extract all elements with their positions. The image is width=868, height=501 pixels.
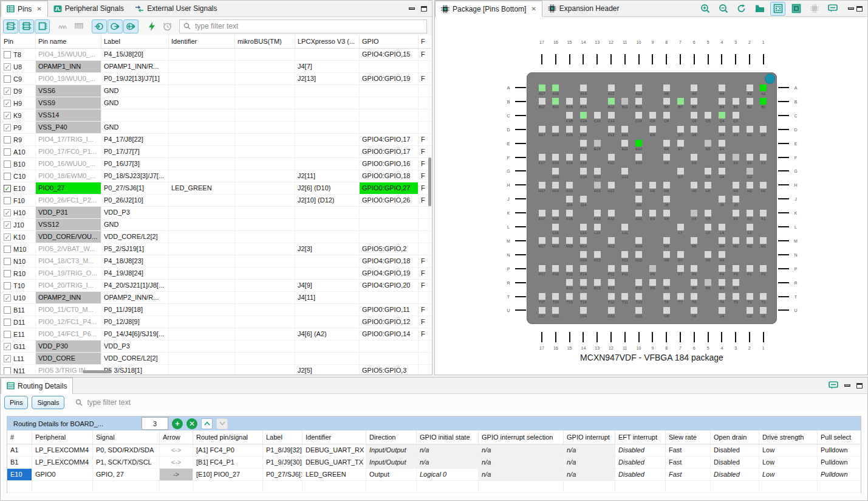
package-pin[interactable] (719, 251, 725, 258)
pin-checkbox[interactable] (4, 319, 11, 326)
package-pin[interactable] (608, 126, 615, 133)
package-pin[interactable] (552, 126, 559, 133)
package-pin[interactable] (566, 210, 573, 216)
filter-signals-button[interactable]: Signals (32, 396, 64, 409)
package-pin[interactable] (552, 210, 559, 216)
package-pin[interactable] (608, 265, 615, 272)
package-pin[interactable] (747, 126, 753, 133)
table-row[interactable]: ✓L11VDD_COREVDD_CORE/L2[2] (1, 353, 431, 365)
table-row[interactable]: M10PIO5_2/VBAT_W...P5_2/SJ19[1]J2[3]GPIO… (1, 243, 431, 255)
table-row[interactable]: ✓H9VSS9GND (1, 97, 431, 109)
column-header[interactable]: Open drain (711, 430, 759, 444)
package-pin[interactable] (566, 126, 573, 133)
table-row[interactable]: E10GPIO0GPIO, 27->[E10] PIO0_27P0_27/SJ6… (7, 469, 861, 481)
package-pin[interactable] (719, 126, 725, 133)
package-pin[interactable] (566, 279, 573, 286)
column-header[interactable]: GPIO interrupt selection (479, 430, 564, 444)
package-pin[interactable] (566, 196, 573, 202)
pin-checkbox[interactable]: ✓ (4, 88, 11, 95)
package-pin[interactable] (705, 210, 711, 216)
package-pin[interactable] (719, 307, 725, 314)
table-row[interactable]: ✓E10PIO0_27P0_27/SJ6[1]LED_GREENJ2[6] (D… (1, 182, 431, 195)
pin-checkbox[interactable] (4, 75, 11, 83)
package-pin[interactable] (566, 112, 573, 119)
package-pin[interactable] (621, 224, 628, 230)
package-pin[interactable] (566, 98, 573, 105)
column-header[interactable]: Pull select (818, 430, 868, 444)
table-row[interactable]: N10PIO4_18/CT3_M...P4_18/J8[23]GPIO4:GPI… (1, 255, 431, 268)
pin-checkbox[interactable]: ✓ (4, 100, 11, 107)
table-row[interactable]: R10PIO4_19/TRIG_O...P4_19/J8[24]GPIO4:GP… (1, 268, 431, 280)
chip-view-disabled-icon[interactable] (807, 2, 822, 16)
zoom-in-icon[interactable] (697, 2, 713, 16)
package-pin[interactable] (733, 98, 739, 105)
table-row[interactable]: E11PIO0_14/FC1_P6...P0_14/J4[6]/SJ19[...… (1, 328, 431, 340)
package-pin[interactable] (677, 168, 684, 174)
package-pin[interactable] (635, 210, 642, 216)
package-pin[interactable] (580, 265, 587, 272)
package-pin[interactable] (760, 126, 767, 133)
package-pin[interactable] (747, 168, 753, 174)
package-pin[interactable] (580, 307, 587, 314)
export-image-icon[interactable] (752, 2, 767, 16)
package-pin[interactable] (663, 237, 670, 244)
package-pin[interactable] (705, 279, 711, 286)
pins-filter-input[interactable] (194, 21, 423, 31)
column-header[interactable]: Label (101, 35, 169, 48)
pin-checkbox[interactable] (4, 148, 11, 156)
column-header[interactable]: Pin (1, 35, 36, 48)
package-pin[interactable] (580, 85, 587, 91)
column-header[interactable]: # (7, 430, 32, 444)
package-pin[interactable] (621, 98, 628, 105)
package-pin[interactable] (552, 85, 559, 91)
package-pin[interactable] (747, 182, 753, 188)
package-pin[interactable] (663, 154, 670, 161)
bga-view-icon[interactable] (770, 2, 785, 16)
routing-filter-input[interactable] (86, 398, 858, 407)
package-pin[interactable] (747, 293, 753, 300)
vertical-scrollbar-thumb[interactable] (428, 157, 431, 206)
package-pin[interactable] (552, 182, 559, 188)
package-pin[interactable] (733, 126, 739, 133)
package-pin[interactable] (580, 126, 587, 133)
package-pin[interactable] (608, 210, 615, 216)
column-header[interactable]: Slew rate (666, 430, 711, 444)
package-pin[interactable] (608, 293, 615, 300)
package-pin[interactable] (608, 307, 615, 314)
package-pin[interactable] (747, 224, 753, 230)
package-pin[interactable] (621, 140, 628, 147)
add-route-button[interactable]: + (172, 418, 183, 429)
package-pin[interactable] (649, 279, 656, 286)
pin-checkbox[interactable]: ✓ (4, 209, 11, 216)
package-pin[interactable] (719, 98, 725, 105)
pin-checkbox[interactable]: ✓ (4, 112, 11, 119)
package-pin[interactable] (677, 265, 684, 272)
package-pin[interactable] (760, 85, 767, 91)
table-row[interactable]: C10PIO0_18/EWM0_...P0_18/SJ23[3]/J7[...J… (1, 170, 431, 182)
package-pin[interactable] (663, 307, 670, 314)
package-pin[interactable] (719, 140, 725, 147)
rotate-icon[interactable] (734, 2, 749, 16)
package-pin[interactable] (733, 279, 739, 286)
package-pin[interactable] (733, 237, 739, 244)
package-pin[interactable] (539, 85, 545, 91)
delete-route-button[interactable]: ✕ (186, 418, 197, 429)
package-pin[interactable] (691, 112, 697, 119)
package-pin[interactable] (580, 112, 587, 119)
package-pin[interactable] (552, 168, 559, 174)
table-row[interactable]: T10PIO4_20/TRIG_I...P4_20/SJ21[1]/J8[...… (1, 280, 431, 292)
package-pin[interactable] (580, 279, 587, 286)
package-pin[interactable] (552, 307, 559, 314)
signal-out-icon[interactable] (108, 19, 123, 33)
package-pin[interactable] (621, 251, 628, 258)
table-row[interactable]: B1LP_FLEXCOMM4P1, SCK/TXD/SCL<->[B1] FC4… (7, 457, 861, 469)
package-pin[interactable] (580, 154, 587, 161)
pin-checkbox[interactable] (4, 331, 11, 338)
column-header[interactable]: EFT interrupt (615, 430, 666, 444)
package-pin[interactable] (621, 126, 628, 133)
package-pin[interactable] (635, 196, 642, 202)
package-pin[interactable] (760, 154, 767, 161)
column-header[interactable]: Routed pin/signal (193, 430, 263, 444)
table-row[interactable]: ✓J10VSS12GND (1, 219, 431, 231)
package-pin[interactable] (649, 182, 656, 188)
